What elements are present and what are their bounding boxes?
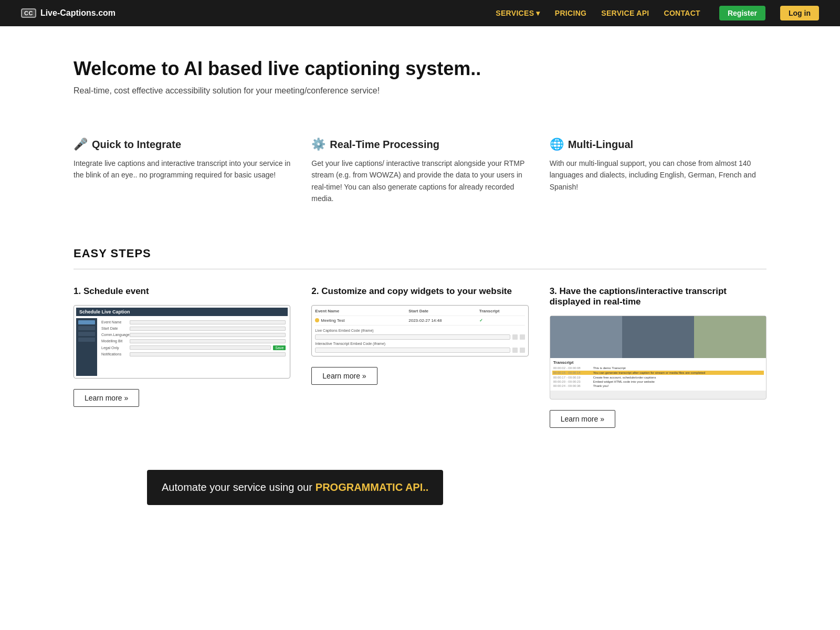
step-1-title: 1. Schedule event (74, 286, 290, 297)
api-banner-wrapper: Automate your service using our PROGRAMM… (0, 459, 840, 568)
logo: CC Live-Captions.com (21, 8, 496, 18)
hero-title: Welcome to AI based live captioning syst… (74, 58, 766, 80)
feature-quick-integrate: 🎤 Quick to Integrate Integrate live capt… (74, 138, 290, 205)
mock-row-5: Legal Only Save (101, 345, 286, 350)
mock-row-2: Start Date (101, 327, 286, 331)
nav-contact[interactable]: CONTACT (664, 9, 700, 17)
api-banner-highlight: PROGRAMMATIC API.. (316, 481, 429, 494)
event-dot-icon (315, 318, 319, 322)
hero-section: Welcome to AI based live captioning syst… (0, 26, 840, 117)
step-2-learn-more-button[interactable]: Learn more » (311, 367, 377, 385)
steps-header: EASY STEPS (74, 247, 766, 260)
copy-icon-1[interactable] (512, 334, 518, 340)
widgets-header-row: Event Name Start Date Transcript (315, 309, 524, 316)
mock-form: Event Name Start Date Comm.Language (76, 318, 288, 376)
mock-row-3: Comm.Language (101, 333, 286, 337)
step-1: 1. Schedule event Schedule Live Caption … (74, 286, 290, 428)
features-section: 🎤 Quick to Integrate Integrate live capt… (0, 117, 840, 236)
nav-links: SERVICES ▾ PRICING SERVICE API CONTACT R… (496, 6, 819, 20)
copy-icon-2[interactable] (512, 348, 518, 353)
nav-service-api[interactable]: SERVICE API (601, 9, 649, 17)
code-row-2 (315, 348, 524, 353)
mock-content: Event Name Start Date Comm.Language (99, 318, 288, 376)
step-1-learn-more-button[interactable]: Learn more » (74, 389, 139, 407)
steps-grid: 1. Schedule event Schedule Live Caption … (74, 286, 766, 428)
login-button[interactable]: Log in (780, 6, 819, 20)
api-banner-text: Automate your service using our (162, 481, 312, 494)
sidebar-item-2 (78, 326, 95, 330)
mock-sidebar (76, 318, 97, 376)
settings-icon-2[interactable] (520, 348, 525, 353)
captions-panel: Transcript 00:00:02 - 00:00:08 This is d… (550, 358, 766, 391)
step-1-image: Schedule Live Caption Event Name (74, 305, 290, 379)
caption-row-2-highlighted: 00:00:15 - 00:00:14 You can generate tra… (552, 371, 764, 375)
navbar: CC Live-Captions.com SERVICES ▾ PRICING … (0, 0, 840, 26)
code-label-1: Live Captions Embed Code (iframe) (315, 329, 524, 332)
steps-section: EASY STEPS 1. Schedule event Schedule Li… (0, 236, 840, 459)
logo-text: Live-Captions.com (40, 8, 116, 18)
feature-multilingual-text: With our multi-lingual support, you can … (550, 158, 766, 193)
step-2-image: Event Name Start Date Transcript Meeting… (311, 305, 528, 356)
feature-quick-text: Integrate live captions and interactive … (74, 158, 290, 181)
gear-icon: ⚙️ (311, 138, 326, 151)
api-banner: Automate your service using our PROGRAMM… (147, 470, 443, 505)
event-name-cell: Meeting Test (315, 318, 406, 323)
code-row-1 (315, 334, 524, 340)
caption-row-4: 00:00:20 - 00:00:23 Embed widget HTML co… (553, 380, 763, 383)
video-preview (550, 316, 766, 358)
person-3 (694, 316, 766, 358)
step-3-learn-more-button[interactable]: Learn more » (550, 410, 615, 428)
mock-row-1: Event Name (101, 320, 286, 324)
register-button[interactable]: Register (719, 6, 765, 20)
step-3: 3. Have the captions/interactive transcr… (550, 286, 766, 428)
feature-quick-title: 🎤 Quick to Integrate (74, 138, 290, 151)
widgets-data-row: Meeting Test 2023-02-27 14:48 ✓ (315, 318, 524, 326)
sidebar-item-1 (78, 320, 95, 324)
feature-realtime-text: Get your live captions/ interactive tran… (311, 158, 528, 205)
caption-row-3: 00:00:17 - 00:00:19 Create free account,… (553, 376, 763, 379)
person-2 (622, 316, 694, 358)
globe-icon: 🌐 (550, 138, 564, 151)
sidebar-item-4 (78, 338, 95, 342)
feature-realtime-title: ⚙️ Real-Time Processing (311, 138, 528, 151)
mock-row-4: Modelling Bit (101, 339, 286, 343)
caption-row-1: 00:00:02 - 00:00:08 This is demo Transcr… (553, 366, 763, 370)
mic-icon: 🎤 (74, 138, 88, 151)
step-3-image: Transcript 00:00:02 - 00:00:08 This is d… (550, 316, 766, 400)
mock-row-6: Notifications (101, 352, 286, 356)
step-2-title: 2. Customize and copy widgets to your we… (311, 286, 528, 297)
settings-icon-1[interactable] (520, 334, 525, 340)
caption-row-5: 00:00:24 - 00:00:36 Thank you! (553, 384, 763, 387)
schedule-header: Schedule Live Caption (76, 308, 288, 316)
feature-multilingual: 🌐 Multi-Lingual With our multi-lingual s… (550, 138, 766, 205)
person-1 (550, 316, 622, 358)
step-2: 2. Customize and copy widgets to your we… (311, 286, 528, 428)
feature-multilingual-title: 🌐 Multi-Lingual (550, 138, 766, 151)
step-3-title: 3. Have the captions/interactive transcr… (550, 286, 766, 307)
steps-divider (74, 269, 766, 269)
cc-badge: CC (21, 8, 36, 18)
hero-subtitle: Real-time, cost effective accessibility … (74, 86, 766, 96)
nav-pricing[interactable]: PRICING (555, 9, 586, 17)
feature-realtime: ⚙️ Real-Time Processing Get your live ca… (311, 138, 528, 205)
sidebar-item-3 (78, 332, 95, 336)
nav-services[interactable]: SERVICES ▾ (496, 9, 540, 17)
code-label-2: Interactive Transcript Embed Code (ifram… (315, 342, 524, 345)
